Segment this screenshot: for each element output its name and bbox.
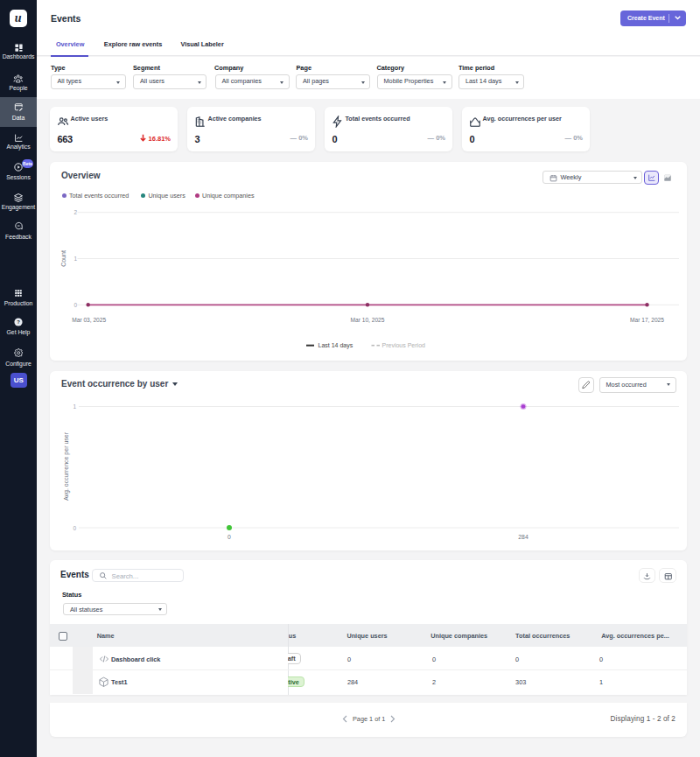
svg-text:Mar 03, 2025: Mar 03, 2025 — [72, 317, 106, 323]
svg-text:284: 284 — [518, 534, 528, 540]
svg-text:Count: Count — [60, 250, 66, 267]
svg-text:1: 1 — [74, 256, 77, 262]
svg-text:2: 2 — [74, 209, 77, 215]
svg-text:Mar 17, 2025: Mar 17, 2025 — [630, 317, 664, 323]
svg-text:0: 0 — [73, 525, 76, 531]
svg-text:?: ? — [17, 319, 20, 325]
svg-text:Mar 10, 2025: Mar 10, 2025 — [351, 317, 385, 323]
svg-text:1: 1 — [73, 403, 76, 410]
svg-text:Last 14 days: Last 14 days — [318, 342, 354, 349]
svg-text:0: 0 — [228, 534, 231, 540]
svg-text:Previous Period: Previous Period — [382, 342, 426, 348]
svg-text:Avg. occurrence per user: Avg. occurrence per user — [63, 431, 70, 501]
svg-text:0: 0 — [74, 302, 77, 308]
